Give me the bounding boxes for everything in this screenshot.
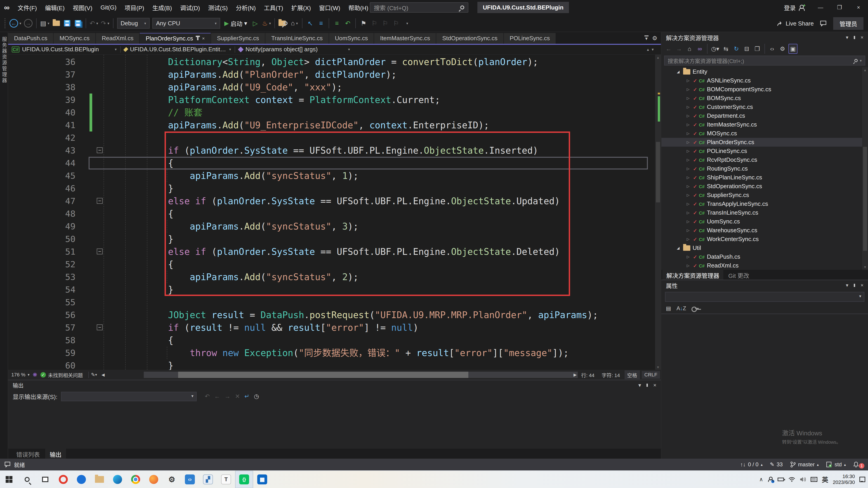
sync-with-active-document-button[interactable]: ⌂▾	[289, 18, 300, 29]
code-line[interactable]: 41 apiParams.Add("U9_EnterpriseIDCode", …	[8, 119, 655, 131]
menu-item[interactable]: 项目(P)	[121, 0, 148, 15]
wifi-icon[interactable]	[788, 477, 795, 482]
code-editor[interactable]: 36 Dictionary<String, Object> dictPlanOr…	[8, 55, 661, 370]
fold-toggle[interactable]: −	[97, 198, 103, 204]
solution-configuration-dropdown[interactable]: Debug▾	[117, 18, 150, 29]
comment-lines-button[interactable]: ≡	[331, 18, 342, 29]
menu-item[interactable]: 编辑(E)	[41, 0, 69, 15]
tree-item-uomsync-cs[interactable]: ▷ ✓ C# UomSync.cs	[661, 217, 868, 226]
eol-indicator[interactable]: CRLF	[642, 371, 660, 379]
fold-toggle[interactable]	[97, 135, 103, 140]
code-line[interactable]: 54 }	[8, 283, 655, 296]
word-wrap-icon[interactable]: ↵	[244, 393, 249, 400]
save-all-button[interactable]	[72, 18, 84, 29]
pin-icon[interactable]	[647, 384, 648, 387]
breadcrumb-type-dropdown[interactable]: UFIDA.U9.Cust.Std.BEPlugin.Entity.PlanOr…	[121, 45, 235, 54]
document-tab[interactable]: DataPush.cs	[8, 33, 53, 44]
menu-item[interactable]: 视图(V)	[69, 0, 96, 15]
expand-arrow-icon[interactable]: ▷	[687, 123, 691, 127]
code-line[interactable]: 45 apiParams.Add("syncStatus", 1);	[8, 169, 655, 182]
fold-toggle[interactable]: −	[97, 147, 103, 153]
se-sync-icon[interactable]: ⇆	[721, 44, 731, 54]
document-tab[interactable]: MOSync.cs	[54, 33, 95, 44]
clear-bookmarks-button[interactable]: ⚐	[391, 18, 401, 29]
fold-toggle[interactable]: −	[97, 324, 103, 330]
menu-item[interactable]: 扩展(X)	[287, 0, 315, 15]
scroll-down-arrow[interactable]: ▼	[862, 265, 868, 269]
start-debugging-button[interactable]: ▶启动▾	[221, 18, 250, 29]
tree-item-itemmastersync-cs[interactable]: ▷ ✓ C# ItemMasterSync.cs	[661, 120, 868, 129]
scroll-down-arrow[interactable]: ▼	[655, 365, 661, 369]
tree-item-util[interactable]: ◢ Util	[661, 243, 868, 252]
output-content[interactable]	[8, 403, 661, 449]
menu-item[interactable]: 帮助(H)	[344, 0, 372, 15]
expand-arrow-icon[interactable]: ▷	[687, 166, 691, 171]
find-in-files-button[interactable]	[277, 18, 289, 29]
browser-360-taskbar-button[interactable]	[145, 470, 163, 488]
pin-icon[interactable]	[197, 37, 198, 40]
undo-button[interactable]: ↶▾	[88, 18, 100, 29]
panel-dropdown-icon[interactable]: ▾	[638, 382, 641, 388]
git-repo-status[interactable]: std▴	[826, 461, 846, 468]
output-source-dropdown[interactable]	[61, 392, 197, 401]
expand-arrow-icon[interactable]: ▷	[687, 210, 691, 215]
taskbar-search-button[interactable]	[18, 470, 36, 488]
tree-item-mosync-cs[interactable]: ▷ ✓ C# MOSync.cs	[661, 129, 868, 138]
edge-taskbar-button[interactable]	[108, 470, 127, 488]
sign-in-button[interactable]: 登录 +	[784, 3, 804, 12]
expand-arrow-icon[interactable]: ▷	[687, 105, 691, 109]
notifications-bell[interactable]: 1	[853, 460, 864, 468]
hscroll-right-arrow[interactable]: ▶	[574, 372, 577, 377]
fold-toggle[interactable]	[97, 261, 103, 267]
se-switch-views-icon[interactable]: ∞	[695, 44, 704, 54]
code-line[interactable]: 49 apiParams.Add("syncStatus", 3);	[8, 220, 655, 233]
start-without-debugging-button[interactable]: ▷	[250, 18, 260, 29]
fold-toggle[interactable]	[97, 71, 103, 77]
touch-keyboard-icon[interactable]	[811, 477, 817, 482]
panel-tab[interactable]: 错误列表	[12, 449, 44, 460]
toolbar-grip[interactable]	[4, 18, 6, 28]
server-explorer-vertical-tab[interactable]: 服务器资源管理器	[0, 37, 7, 84]
se-forward-icon[interactable]: →	[675, 44, 684, 54]
tree-item-polinesync-cs[interactable]: ▷ ✓ C# POLineSync.cs	[661, 147, 868, 156]
tree-item-transinlinesync-cs[interactable]: ▷ ✓ C# TransInLineSync.cs	[661, 208, 868, 217]
action-center-icon[interactable]	[860, 477, 865, 482]
se-back-icon[interactable]: ←	[664, 44, 673, 54]
save-button[interactable]	[62, 18, 72, 29]
spaces-indicator[interactable]: 空格	[625, 370, 640, 379]
tree-item-datapush-cs[interactable]: ▷ ✓ C# DataPush.cs	[661, 252, 868, 261]
fold-toggle[interactable]	[97, 223, 103, 229]
chrome-taskbar-button[interactable]	[127, 470, 145, 488]
fold-toggle[interactable]	[97, 337, 103, 343]
fold-toggle[interactable]	[97, 274, 103, 280]
code-line[interactable]: 43 − if (planOrder.SysState == UFSoft.UB…	[8, 144, 655, 157]
task-view-button[interactable]	[36, 470, 54, 488]
document-tab[interactable]: ItemMasterSync.cs	[374, 33, 436, 44]
menu-item[interactable]: 生成(B)	[148, 0, 176, 15]
hot-reload-button[interactable]: ♨▾	[260, 18, 272, 29]
tree-item-entity[interactable]: ◢ Entity	[661, 67, 868, 76]
se-refresh-icon[interactable]: ↻	[732, 44, 741, 54]
tree-item-planordersync-cs[interactable]: ▷ ✓ C# PlanOrderSync.cs	[661, 138, 868, 147]
prev-message-icon[interactable]: ←	[214, 393, 220, 400]
typora-taskbar-button[interactable]: T	[217, 470, 235, 488]
tab-list-icon[interactable]: ▼	[645, 35, 649, 41]
panel-close-icon[interactable]: ×	[861, 283, 864, 288]
select-cursor-button[interactable]: ↖	[305, 18, 315, 29]
categorized-icon[interactable]: ▤	[666, 305, 671, 312]
ime-language-indicator[interactable]: 英	[822, 475, 828, 484]
se-show-all-files-icon[interactable]: ▣	[788, 44, 798, 54]
expand-arrow-icon[interactable]: ▷	[687, 149, 691, 153]
start-button[interactable]	[0, 470, 18, 488]
next-bookmark-button[interactable]: ⚐	[380, 18, 391, 29]
document-tab[interactable]: UomSync.cs	[329, 33, 374, 44]
fold-toggle[interactable]	[97, 84, 103, 90]
clear-all-icon[interactable]: ✕	[235, 393, 240, 400]
document-tab[interactable]: POLineSync.cs	[504, 33, 556, 44]
code-line[interactable]: 57 − if (result != null && result["error…	[8, 321, 655, 334]
previous-bookmark-button[interactable]: ⚐	[369, 18, 380, 29]
fold-toggle[interactable]	[97, 299, 103, 305]
toolbar-overflow-button[interactable]: ▾	[401, 18, 412, 29]
code-line[interactable]: 58 {	[8, 334, 655, 347]
code-line[interactable]: 44 {	[8, 157, 655, 169]
